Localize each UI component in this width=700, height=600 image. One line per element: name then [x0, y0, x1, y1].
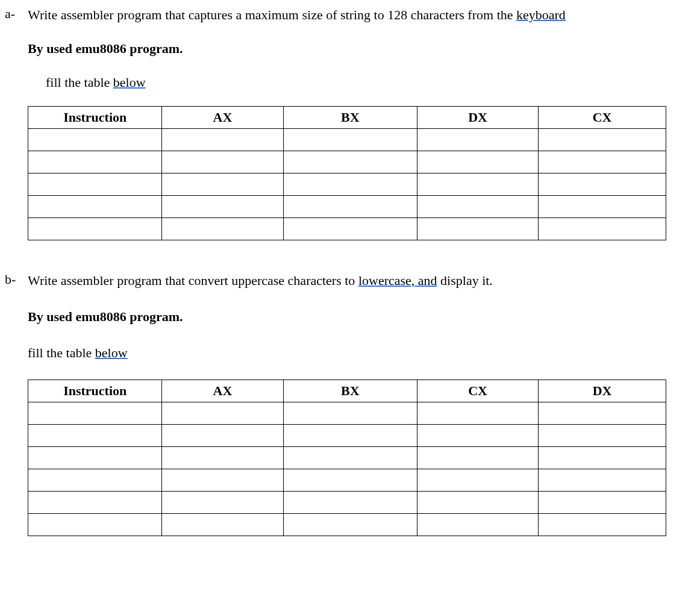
q-b-line1-pre: Write assembler program that convert upp…	[28, 273, 358, 288]
q-b-line3: fill the table below	[28, 343, 676, 363]
question-b: b- Write assembler program that convert …	[5, 270, 676, 560]
q-b-prompt: Write assembler program that convert upp…	[28, 270, 676, 291]
table-cell	[283, 424, 417, 446]
table-row	[28, 218, 666, 240]
table-row	[28, 446, 666, 469]
table-cell	[417, 469, 538, 491]
table-cell	[539, 173, 666, 196]
q-b-line1-link: lowercase, and	[358, 273, 437, 288]
table-b: Instruction AX BX CX DX	[28, 380, 666, 536]
q-a-line3-link: below	[113, 75, 146, 90]
table-cell	[162, 491, 283, 513]
table-cell	[417, 151, 538, 173]
table-row	[28, 402, 666, 424]
table-row	[28, 424, 666, 446]
q-b-line2: By used emu8086 program.	[28, 307, 676, 327]
q-a-line2: By used emu8086 program.	[28, 39, 676, 59]
table-cell	[539, 196, 666, 218]
table-cell	[539, 513, 666, 536]
table-cell	[162, 402, 283, 424]
marker-a: a-	[5, 5, 28, 22]
table-cell	[28, 129, 162, 151]
table-cell	[283, 129, 417, 151]
table-a: Instruction AX BX DX CX	[28, 106, 666, 240]
q-b-line3-link: below	[95, 345, 128, 360]
table-cell	[539, 402, 666, 424]
table-cell	[283, 491, 417, 513]
table-cell	[417, 402, 538, 424]
table-cell	[283, 402, 417, 424]
q-b-line1-post: display it.	[437, 273, 493, 288]
th-a-0: Instruction	[28, 107, 162, 129]
table-row	[28, 513, 666, 536]
table-cell	[162, 424, 283, 446]
th-b-0: Instruction	[28, 380, 162, 402]
table-row	[28, 491, 666, 513]
table-cell	[162, 513, 283, 536]
table-cell	[283, 513, 417, 536]
table-cell	[417, 491, 538, 513]
th-a-1: AX	[162, 107, 283, 129]
table-b-body	[28, 402, 666, 536]
content-a: Write assembler program that captures a …	[28, 5, 676, 264]
q-a-prompt: Write assembler program that captures a …	[28, 5, 676, 25]
table-cell	[162, 173, 283, 196]
th-a-3: DX	[417, 107, 538, 129]
table-cell	[28, 196, 162, 218]
q-a-line1-link: keyboard	[516, 7, 566, 22]
table-cell	[28, 469, 162, 491]
table-cell	[539, 218, 666, 240]
table-cell	[28, 218, 162, 240]
table-cell	[28, 173, 162, 196]
table-a-head: Instruction AX BX DX CX	[28, 107, 666, 129]
table-cell	[283, 446, 417, 469]
table-cell	[28, 151, 162, 173]
table-cell	[539, 491, 666, 513]
table-cell	[417, 218, 538, 240]
table-cell	[283, 173, 417, 196]
marker-b: b-	[5, 270, 28, 287]
table-cell	[162, 446, 283, 469]
table-cell	[283, 196, 417, 218]
q-a-line3: fill the table below	[28, 72, 676, 93]
table-cell	[28, 402, 162, 424]
table-cell	[162, 129, 283, 151]
table-cell	[539, 469, 666, 491]
th-b-4: DX	[539, 380, 666, 402]
table-cell	[417, 129, 538, 151]
table-cell	[539, 129, 666, 151]
th-b-2: BX	[283, 380, 417, 402]
table-cell	[539, 446, 666, 469]
th-a-4: CX	[539, 107, 666, 129]
table-cell	[539, 151, 666, 173]
table-cell	[28, 491, 162, 513]
table-cell	[28, 513, 162, 536]
table-cell	[28, 424, 162, 446]
table-cell	[417, 446, 538, 469]
table-a-body	[28, 129, 666, 240]
question-a: a- Write assembler program that captures…	[5, 5, 676, 264]
table-row	[28, 129, 666, 151]
table-row	[28, 173, 666, 196]
table-cell	[539, 424, 666, 446]
table-row	[28, 196, 666, 218]
table-cell	[162, 151, 283, 173]
q-b-line3-pre: fill the table	[28, 345, 95, 360]
table-cell	[283, 218, 417, 240]
table-row	[28, 151, 666, 173]
table-cell	[417, 513, 538, 536]
table-cell	[162, 196, 283, 218]
table-cell	[162, 469, 283, 491]
table-b-head: Instruction AX BX CX DX	[28, 380, 666, 402]
th-b-1: AX	[162, 380, 283, 402]
table-cell	[283, 469, 417, 491]
table-cell	[417, 173, 538, 196]
table-cell	[162, 218, 283, 240]
table-cell	[417, 196, 538, 218]
table-cell	[28, 446, 162, 469]
table-cell	[417, 424, 538, 446]
table-row	[28, 469, 666, 491]
table-cell	[283, 151, 417, 173]
content-b: Write assembler program that convert upp…	[28, 270, 676, 560]
q-a-line1-text: Write assembler program that captures a …	[28, 7, 516, 22]
